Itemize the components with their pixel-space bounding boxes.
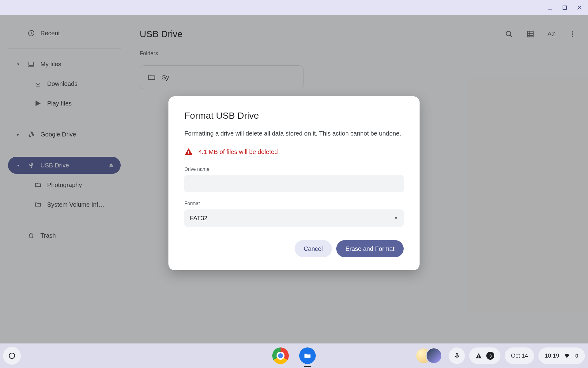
format-label: Format xyxy=(184,201,404,206)
notification-count: 3 xyxy=(486,352,494,360)
window-titlebar xyxy=(0,0,588,15)
launcher-button[interactable] xyxy=(3,347,21,365)
shelf-pinned-apps xyxy=(272,347,316,364)
chrome-app-icon[interactable] xyxy=(272,347,289,364)
svg-point-17 xyxy=(9,353,15,358)
svg-rect-15 xyxy=(188,151,189,153)
svg-rect-16 xyxy=(188,153,189,154)
shelf: 3 Oct 14 10:19 xyxy=(0,343,588,368)
notifications-pill[interactable]: 3 xyxy=(469,347,500,364)
erase-and-format-button[interactable]: Erase and Format xyxy=(336,240,404,257)
avatar xyxy=(426,347,442,364)
minimize-button[interactable] xyxy=(547,5,553,11)
files-app: Recent ▾ My files Downloads Play files ▸ xyxy=(0,15,588,343)
svg-rect-21 xyxy=(576,354,578,357)
format-selected-value: FAT32 xyxy=(190,215,207,222)
close-button[interactable] xyxy=(576,5,582,11)
shelf-status-area: 3 Oct 14 10:19 xyxy=(415,347,585,364)
format-select[interactable]: FAT32 ▼ xyxy=(184,209,404,227)
shelf-time: 10:19 xyxy=(545,352,559,359)
svg-rect-18 xyxy=(456,354,458,356)
svg-rect-19 xyxy=(479,355,479,357)
maximize-button[interactable] xyxy=(562,5,568,11)
drive-name-label: Drive name xyxy=(184,167,404,172)
dialog-description: Formatting a drive will delete all data … xyxy=(184,129,404,138)
shelf-date: Oct 14 xyxy=(511,352,528,359)
warning-icon xyxy=(184,148,193,156)
format-dialog: Format USB Drive Formatting a drive will… xyxy=(168,96,420,270)
drive-name-input[interactable] xyxy=(184,175,404,192)
microphone-button[interactable] xyxy=(449,347,465,364)
warning-text: 4.1 MB of files will be deleted xyxy=(198,148,278,155)
account-switcher[interactable] xyxy=(415,347,445,364)
status-tray[interactable]: 10:19 xyxy=(538,347,585,364)
svg-rect-22 xyxy=(576,354,577,354)
dialog-actions: Cancel Erase and Format xyxy=(184,240,404,257)
wifi-icon xyxy=(564,352,570,359)
files-app-icon[interactable] xyxy=(299,347,316,364)
svg-rect-1 xyxy=(563,6,567,10)
svg-rect-20 xyxy=(479,357,479,358)
dialog-warning: 4.1 MB of files will be deleted xyxy=(184,148,404,156)
cancel-button[interactable]: Cancel xyxy=(295,240,332,257)
battery-icon xyxy=(575,352,579,359)
chevron-down-icon: ▼ xyxy=(394,216,398,220)
date-pill[interactable]: Oct 14 xyxy=(505,347,534,364)
dialog-title: Format USB Drive xyxy=(184,110,404,121)
